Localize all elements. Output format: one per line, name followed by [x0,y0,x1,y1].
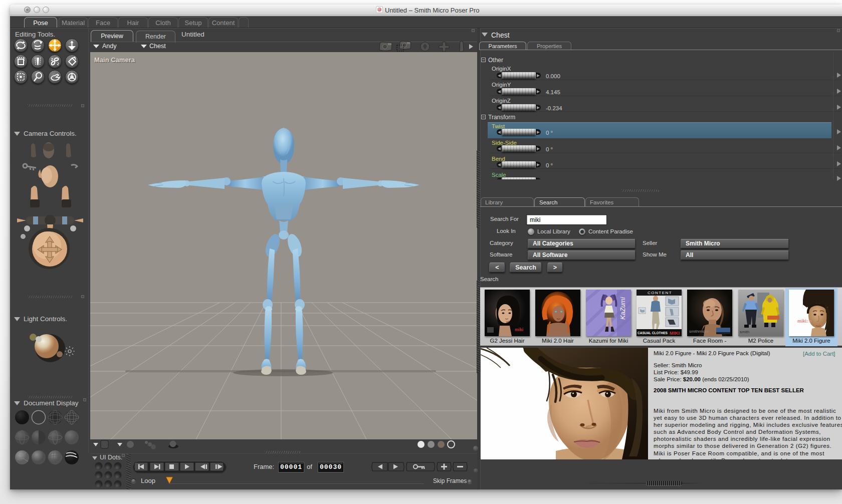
svg-text:MIKI: MIKI [670,330,680,336]
svg-text:smithmicro: smithmicro [689,329,709,334]
svg-text:CASUAL CLOTHES: CASUAL CLOTHES [638,331,668,335]
svg-text:CONTENT: CONTENT [648,291,672,295]
svg-text:miki: miki [797,319,806,324]
svg-text:2.0: 2.0 [806,320,811,323]
svg-text:smith: smith [740,330,749,334]
svg-text:miki: miki [515,327,523,332]
svg-text:KaZumi: KaZumi [619,297,626,320]
